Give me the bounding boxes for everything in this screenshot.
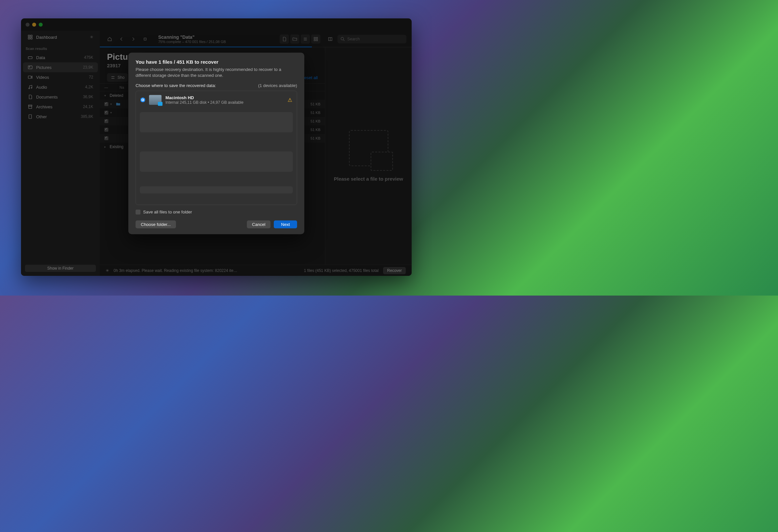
cancel-button[interactable]: Cancel xyxy=(247,221,270,229)
destination-name: Macintosh HD xyxy=(165,95,244,100)
destination-radio[interactable] xyxy=(141,98,145,102)
save-one-folder-label: Save all files to one folder xyxy=(143,210,192,215)
destination-option[interactable]: Macintosh HD Internal 245,11 GB disk • 2… xyxy=(136,91,297,109)
devices-available-label: (1 devices available) xyxy=(258,83,297,88)
destination-placeholder xyxy=(140,112,293,133)
hard-drive-icon xyxy=(149,95,161,105)
destination-detail: Internal 245,11 GB disk • 24,97 GB avail… xyxy=(165,100,244,105)
modal-title: You have 1 files / 451 KB to recover xyxy=(136,59,297,65)
destination-placeholder xyxy=(140,152,293,172)
next-button[interactable]: Next xyxy=(274,221,297,229)
choose-folder-button[interactable]: Choose folder... xyxy=(136,221,176,229)
warning-icon: ⚠ xyxy=(288,97,292,103)
save-one-folder-option[interactable]: Save all files to one folder xyxy=(136,210,297,215)
recovery-destination-dialog: You have 1 files / 451 KB to recover Ple… xyxy=(128,53,304,234)
save-one-folder-checkbox[interactable] xyxy=(136,210,141,215)
destination-placeholder xyxy=(140,186,293,194)
app-window: Dashboard ✳ Scan results Data 475K Pictu… xyxy=(21,18,412,276)
destination-list: Macintosh HD Internal 245,11 GB disk • 2… xyxy=(136,91,297,205)
choose-destination-label: Choose where to save the recovered data: xyxy=(136,83,216,88)
modal-description: Please choose recovery destination. It i… xyxy=(136,67,297,78)
